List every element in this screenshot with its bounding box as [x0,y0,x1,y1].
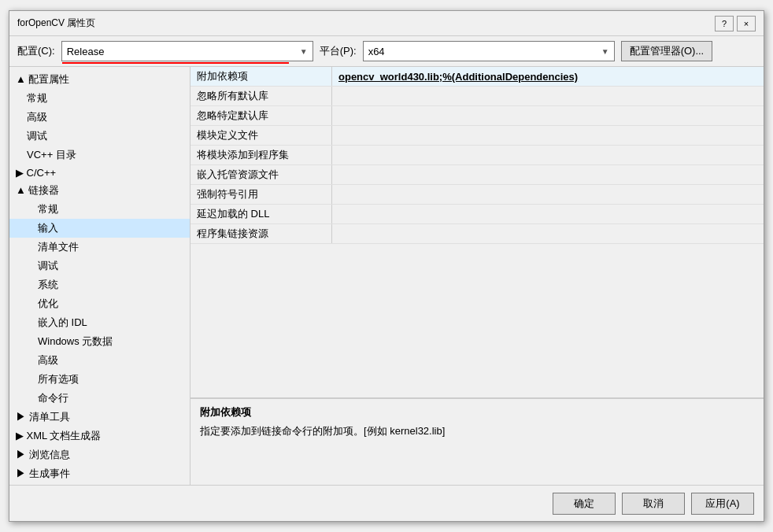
sidebar-item-lj-qian-ru-idl[interactable]: 嵌入的 IDL [9,313,190,332]
sidebar-item-lj-xi-tong[interactable]: 系统 [9,275,190,294]
props-row[interactable]: 附加依赖项opencv_world430.lib;%(AdditionalDep… [190,67,764,87]
title-bar-controls: ? × [715,16,756,31]
prop-name-cell: 程序集链接资源 [190,224,332,243]
prop-value-cell [332,126,764,145]
platform-value: x64 [368,46,385,57]
prop-name-cell: 忽略所有默认库 [190,87,332,105]
prop-value-cell: opencv_world430.lib;%(AdditionalDependen… [332,67,764,86]
prop-name-cell: 忽略特定默认库 [190,106,332,125]
props-table: 附加依赖项opencv_world430.lib;%(AdditionalDep… [190,67,764,398]
prop-value-cell [332,185,764,204]
sidebar-item-lj-shu-ru[interactable]: 输入 [9,219,190,238]
prop-value-cell [332,146,764,164]
title-bar: forOpenCV 属性页 ? × [9,11,764,36]
platform-label: 平台(P): [320,44,357,58]
ok-button[interactable]: 确定 [553,493,616,515]
toolbar-row: 配置(C): Release ▼ 平台(P): x64 ▼ 配置管理器(O)..… [9,36,764,67]
prop-value-cell [332,87,764,105]
description-panel: 附加依赖项 指定要添加到链接命令行的附加项。[例如 kernel32.lib] [190,398,764,485]
sidebar-item-lj-qing-dan[interactable]: 清单文件 [9,238,190,257]
main-area: ▲ 配置属性常规高级调试VC++ 目录▶ C/C++▲ 链接器常规输入清单文件调… [9,67,764,485]
sidebar-item-lj-windows-meta[interactable]: Windows 元数据 [9,332,190,351]
sidebar-item-lj-chang-gui[interactable]: 常规 [9,200,190,219]
config-dropdown[interactable]: Release ▼ [61,41,313,61]
props-row[interactable]: 强制符号引用 [190,185,764,205]
prop-value-cell [332,106,764,125]
platform-dropdown-arrow: ▼ [601,47,609,56]
sidebar-item-pei-zhi-shu-xing[interactable]: ▲ 配置属性 [9,70,190,89]
prop-name-cell: 嵌入托管资源文件 [190,165,332,184]
sidebar-item-liu-lan-xin-xi[interactable]: ▶ 浏览信息 [9,445,190,464]
prop-name-cell: 附加依赖项 [190,67,332,86]
props-row[interactable]: 程序集链接资源 [190,224,764,244]
sidebar-item-diao-shi[interactable]: 调试 [9,127,190,146]
props-row[interactable]: 忽略特定默认库 [190,106,764,126]
dialog-title: forOpenCV 属性页 [17,17,95,30]
help-button[interactable]: ? [715,16,734,31]
prop-name-cell: 延迟加载的 DLL [190,205,332,224]
sidebar-item-xml-wen-dang[interactable]: ▶ XML 文档生成器 [9,427,190,445]
sidebar-item-vc-mu-lu[interactable]: VC++ 目录 [9,146,190,164]
dialog: forOpenCV 属性页 ? × 配置(C): Release ▼ 平台(P)… [9,10,764,522]
props-row[interactable]: 延迟加载的 DLL [190,205,764,224]
sidebar-item-lj-ming-ling[interactable]: 命令行 [9,389,190,408]
sidebar-item-lj-you-hua[interactable]: 优化 [9,294,190,313]
props-row[interactable]: 模块定义文件 [190,126,764,146]
config-dropdown-arrow: ▼ [300,47,308,56]
close-button[interactable]: × [737,16,756,31]
footer: 确定 取消 应用(A) [9,485,764,521]
sidebar-item-lj-diao-shi[interactable]: 调试 [9,257,190,275]
platform-dropdown[interactable]: x64 ▼ [363,41,615,61]
config-value: Release [67,46,105,57]
props-row[interactable]: 忽略所有默认库 [190,87,764,106]
sidebar-item-lj-suo-you[interactable]: 所有选项 [9,370,190,389]
prop-value-cell [332,224,764,243]
sidebar-item-gao-ji[interactable]: 高级 [9,108,190,127]
cancel-button[interactable]: 取消 [622,493,685,515]
prop-name-cell: 将模块添加到程序集 [190,146,332,164]
sidebar-item-qing-dan-gong-ju[interactable]: ▶ 清单工具 [9,408,190,427]
sidebar: ▲ 配置属性常规高级调试VC++ 目录▶ C/C++▲ 链接器常规输入清单文件调… [9,67,190,485]
props-row[interactable]: 嵌入托管资源文件 [190,165,764,185]
description-title: 附加依赖项 [200,405,754,419]
sidebar-item-lian-jie-qi[interactable]: ▲ 链接器 [9,181,190,200]
config-manager-button[interactable]: 配置管理器(O)... [621,41,713,61]
sidebar-item-chang-gui[interactable]: 常规 [9,89,190,108]
prop-name-cell: 强制符号引用 [190,185,332,204]
prop-value-cell [332,205,764,224]
config-label: 配置(C): [17,44,55,58]
sidebar-item-sheng-cheng-shi-jian[interactable]: ▶ 生成事件 [9,464,190,483]
apply-button[interactable]: 应用(A) [691,493,754,515]
content-area: 附加依赖项opencv_world430.lib;%(AdditionalDep… [190,67,764,485]
description-text: 指定要添加到链接命令行的附加项。[例如 kernel32.lib] [200,424,754,438]
sidebar-item-lj-gao-ji[interactable]: 高级 [9,351,190,370]
sidebar-item-cpp[interactable]: ▶ C/C++ [9,164,190,181]
prop-name-cell: 模块定义文件 [190,126,332,145]
prop-value-cell [332,165,764,184]
props-row[interactable]: 将模块添加到程序集 [190,146,764,165]
